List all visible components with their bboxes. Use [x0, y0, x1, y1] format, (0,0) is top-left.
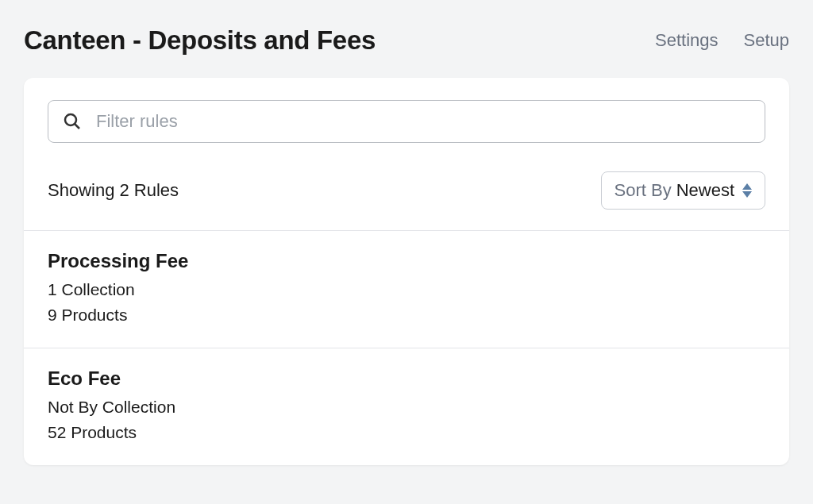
- svg-marker-2: [742, 183, 752, 190]
- filter-input[interactable]: [96, 111, 750, 132]
- rule-title: Processing Fee: [48, 250, 765, 272]
- sort-value: Newest: [676, 180, 734, 201]
- search-box[interactable]: [48, 100, 765, 143]
- svg-point-0: [65, 114, 76, 125]
- search-icon: [63, 112, 82, 131]
- svg-marker-3: [742, 191, 752, 198]
- status-row: Showing 2 Rules Sort By Newest: [24, 157, 789, 230]
- rule-products-count: 52 Products: [48, 420, 765, 445]
- rules-count-text: Showing 2 Rules: [48, 180, 179, 201]
- setup-link[interactable]: Setup: [744, 30, 790, 51]
- search-section: [24, 78, 789, 157]
- rule-products-count: 9 Products: [48, 302, 765, 328]
- sort-label: Sort By: [615, 180, 672, 201]
- svg-line-1: [75, 124, 79, 129]
- page-title: Canteen - Deposits and Fees: [24, 25, 376, 56]
- header-actions: Settings Setup: [655, 30, 789, 51]
- rule-title: Eco Fee: [48, 367, 765, 390]
- rules-card: Showing 2 Rules Sort By Newest Processin…: [24, 78, 789, 465]
- rule-item[interactable]: Eco Fee Not By Collection 52 Products: [24, 348, 789, 465]
- rule-item[interactable]: Processing Fee 1 Collection 9 Products: [24, 230, 789, 348]
- rule-collection-count: 1 Collection: [48, 277, 765, 302]
- rule-collection-count: Not By Collection: [48, 394, 765, 420]
- sort-select[interactable]: Sort By Newest: [601, 171, 766, 210]
- settings-link[interactable]: Settings: [655, 30, 719, 51]
- sort-arrows-icon: [742, 183, 752, 198]
- page-header: Canteen - Deposits and Fees Settings Set…: [0, 0, 813, 78]
